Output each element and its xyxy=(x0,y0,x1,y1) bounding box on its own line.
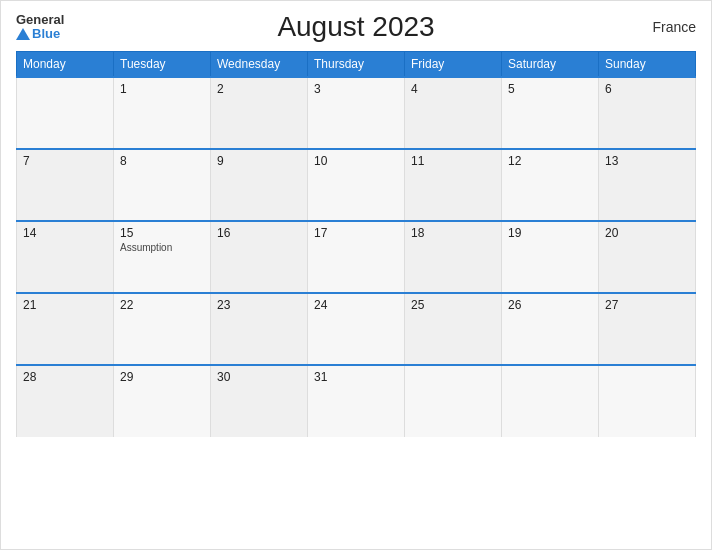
days-header-row: Monday Tuesday Wednesday Thursday Friday… xyxy=(17,52,696,78)
logo-general-text: General xyxy=(16,13,64,27)
week-row-3: 1415Assumption1617181920 xyxy=(17,221,696,293)
day-event: Assumption xyxy=(120,242,204,253)
day-number: 6 xyxy=(605,82,689,96)
day-cell-w1-d3: 2 xyxy=(211,77,308,149)
header-monday: Monday xyxy=(17,52,114,78)
week-row-5: 28293031 xyxy=(17,365,696,437)
day-cell-w3-d3: 16 xyxy=(211,221,308,293)
header-saturday: Saturday xyxy=(502,52,599,78)
header-thursday: Thursday xyxy=(308,52,405,78)
day-cell-w1-d7: 6 xyxy=(599,77,696,149)
day-cell-w1-d2: 1 xyxy=(114,77,211,149)
day-number: 14 xyxy=(23,226,107,240)
calendar-container: General Blue August 2023 France Monday T… xyxy=(0,0,712,550)
day-number: 2 xyxy=(217,82,301,96)
day-number: 17 xyxy=(314,226,398,240)
day-cell-w3-d2: 15Assumption xyxy=(114,221,211,293)
day-number: 25 xyxy=(411,298,495,312)
day-cell-w1-d4: 3 xyxy=(308,77,405,149)
day-cell-w3-d5: 18 xyxy=(405,221,502,293)
week-row-4: 21222324252627 xyxy=(17,293,696,365)
day-cell-w3-d7: 20 xyxy=(599,221,696,293)
header-wednesday: Wednesday xyxy=(211,52,308,78)
day-number: 29 xyxy=(120,370,204,384)
day-cell-w5-d4: 31 xyxy=(308,365,405,437)
day-cell-w2-d7: 13 xyxy=(599,149,696,221)
header-tuesday: Tuesday xyxy=(114,52,211,78)
day-cell-w4-d1: 21 xyxy=(17,293,114,365)
day-number: 1 xyxy=(120,82,204,96)
logo-blue-text: Blue xyxy=(16,27,64,41)
country-label: France xyxy=(652,19,696,35)
day-number: 7 xyxy=(23,154,107,168)
day-cell-w5-d5 xyxy=(405,365,502,437)
day-cell-w2-d2: 8 xyxy=(114,149,211,221)
day-number: 10 xyxy=(314,154,398,168)
day-number: 22 xyxy=(120,298,204,312)
day-cell-w3-d4: 17 xyxy=(308,221,405,293)
day-cell-w4-d5: 25 xyxy=(405,293,502,365)
day-number: 16 xyxy=(217,226,301,240)
day-number: 23 xyxy=(217,298,301,312)
day-number: 28 xyxy=(23,370,107,384)
day-number: 13 xyxy=(605,154,689,168)
header-sunday: Sunday xyxy=(599,52,696,78)
day-number: 24 xyxy=(314,298,398,312)
logo: General Blue xyxy=(16,13,64,42)
day-number: 31 xyxy=(314,370,398,384)
day-cell-w1-d5: 4 xyxy=(405,77,502,149)
calendar-header: General Blue August 2023 France xyxy=(16,11,696,43)
day-cell-w5-d2: 29 xyxy=(114,365,211,437)
day-number: 3 xyxy=(314,82,398,96)
day-cell-w5-d7 xyxy=(599,365,696,437)
day-number: 15 xyxy=(120,226,204,240)
day-cell-w4-d4: 24 xyxy=(308,293,405,365)
day-number: 11 xyxy=(411,154,495,168)
day-cell-w4-d2: 22 xyxy=(114,293,211,365)
day-cell-w3-d1: 14 xyxy=(17,221,114,293)
day-cell-w1-d1 xyxy=(17,77,114,149)
day-number: 19 xyxy=(508,226,592,240)
day-number: 12 xyxy=(508,154,592,168)
logo-triangle-icon xyxy=(16,28,30,40)
day-number: 4 xyxy=(411,82,495,96)
day-cell-w4-d7: 27 xyxy=(599,293,696,365)
day-cell-w4-d6: 26 xyxy=(502,293,599,365)
day-cell-w3-d6: 19 xyxy=(502,221,599,293)
day-cell-w1-d6: 5 xyxy=(502,77,599,149)
day-number: 9 xyxy=(217,154,301,168)
day-number: 5 xyxy=(508,82,592,96)
day-number: 27 xyxy=(605,298,689,312)
day-number: 26 xyxy=(508,298,592,312)
day-number: 21 xyxy=(23,298,107,312)
calendar-title: August 2023 xyxy=(277,11,434,43)
day-cell-w2-d5: 11 xyxy=(405,149,502,221)
day-cell-w5-d1: 28 xyxy=(17,365,114,437)
day-cell-w2-d3: 9 xyxy=(211,149,308,221)
day-number: 30 xyxy=(217,370,301,384)
week-row-1: 123456 xyxy=(17,77,696,149)
calendar-table: Monday Tuesday Wednesday Thursday Friday… xyxy=(16,51,696,437)
day-cell-w2-d1: 7 xyxy=(17,149,114,221)
day-cell-w2-d6: 12 xyxy=(502,149,599,221)
day-cell-w2-d4: 10 xyxy=(308,149,405,221)
day-number: 8 xyxy=(120,154,204,168)
day-number: 18 xyxy=(411,226,495,240)
day-number: 20 xyxy=(605,226,689,240)
day-cell-w5-d3: 30 xyxy=(211,365,308,437)
week-row-2: 78910111213 xyxy=(17,149,696,221)
day-cell-w4-d3: 23 xyxy=(211,293,308,365)
day-cell-w5-d6 xyxy=(502,365,599,437)
header-friday: Friday xyxy=(405,52,502,78)
